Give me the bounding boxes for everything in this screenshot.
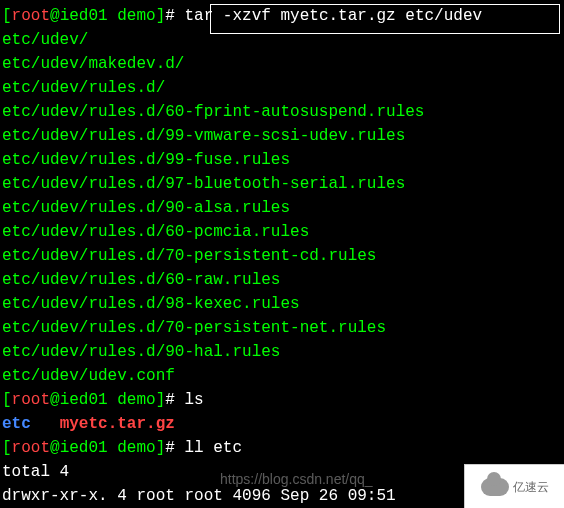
extract-line: etc/udev/makedev.d/ xyxy=(2,52,562,76)
prompt-at: @ xyxy=(50,7,60,25)
extract-line: etc/udev/rules.d/90-alsa.rules xyxy=(2,196,562,220)
command-ls[interactable]: ls xyxy=(184,391,203,409)
extract-line: etc/udev/rules.d/60-fprint-autosuspend.r… xyxy=(2,100,562,124)
prompt-hash: # xyxy=(165,7,184,25)
prompt-user: root xyxy=(12,7,50,25)
prompt-host: ied01 xyxy=(60,7,118,25)
extract-line: etc/udev/rules.d/70-persistent-cd.rules xyxy=(2,244,562,268)
extract-line: etc/udev/rules.d/99-vmware-scsi-udev.rul… xyxy=(2,124,562,148)
terminal-output: [root@ied01 demo]# tar -xzvf myetc.tar.g… xyxy=(2,4,562,508)
prompt-line-3: [root@ied01 demo]# ll etc xyxy=(2,436,562,460)
extract-line: etc/udev/rules.d/90-hal.rules xyxy=(2,340,562,364)
bracket-open: [ xyxy=(2,7,12,25)
dir-entry: etc xyxy=(2,415,31,433)
extract-line: etc/udev/rules.d/70-persistent-net.rules xyxy=(2,316,562,340)
command-ll[interactable]: ll etc xyxy=(184,439,242,457)
archive-entry: myetc.tar.gz xyxy=(60,415,175,433)
prompt-path: demo xyxy=(117,7,155,25)
extract-line: etc/udev/rules.d/99-fuse.rules xyxy=(2,148,562,172)
extract-line: etc/udev/rules.d/60-pcmcia.rules xyxy=(2,220,562,244)
extract-line: etc/udev/ xyxy=(2,28,562,52)
cloud-icon xyxy=(481,478,509,496)
extract-line: etc/udev/udev.conf xyxy=(2,364,562,388)
logo-badge: 亿速云 xyxy=(464,464,564,508)
command-tar[interactable]: tar -xzvf myetc.tar.gz etc/udev xyxy=(184,7,482,25)
watermark-url: https://blog.csdn.net/qq_ xyxy=(220,469,373,490)
prompt-line-1: [root@ied01 demo]# tar -xzvf myetc.tar.g… xyxy=(2,4,562,28)
extract-line: etc/udev/rules.d/60-raw.rules xyxy=(2,268,562,292)
logo-text: 亿速云 xyxy=(513,478,549,496)
extract-line: etc/udev/rules.d/98-kexec.rules xyxy=(2,292,562,316)
extract-line: etc/udev/rules.d/ xyxy=(2,76,562,100)
extract-line: etc/udev/rules.d/97-bluetooth-serial.rul… xyxy=(2,172,562,196)
bracket-close: ] xyxy=(156,7,166,25)
prompt-line-2: [root@ied01 demo]# ls xyxy=(2,388,562,412)
ls-output-line: etc myetc.tar.gz xyxy=(2,412,562,436)
